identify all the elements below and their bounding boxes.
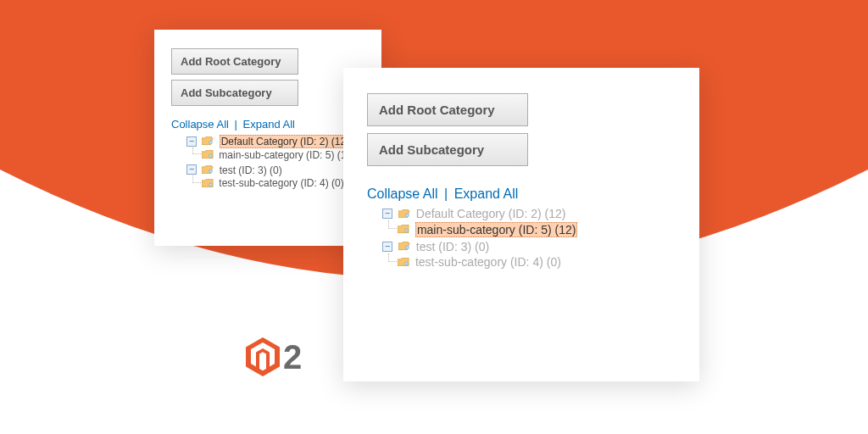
svg-point-7 bbox=[405, 262, 409, 265]
tree-controls: Collapse All | Expand All bbox=[367, 186, 676, 202]
magento-hex-icon bbox=[246, 337, 280, 376]
tree-node-label[interactable]: Default Category (ID: 2) (12) bbox=[416, 207, 566, 220]
svg-point-5 bbox=[405, 229, 409, 232]
tree-node-label[interactable]: test-sub-category (ID: 4) (0) bbox=[415, 255, 561, 269]
expand-all-link[interactable]: Expand All bbox=[243, 118, 295, 131]
add-subcategory-button[interactable]: Add Subcategory bbox=[171, 80, 298, 106]
tree-node: main-sub-category (ID: 5) (12) bbox=[202, 147, 364, 162]
svg-point-2 bbox=[209, 170, 213, 173]
svg-point-6 bbox=[405, 246, 409, 249]
link-separator: | bbox=[235, 118, 237, 131]
svg-point-3 bbox=[209, 183, 213, 186]
folder-icon bbox=[398, 258, 409, 267]
tree-node: − test (ID: 3) (0) test-sub-category (ID… bbox=[186, 163, 364, 192]
link-separator: | bbox=[444, 186, 448, 201]
collapse-toggle-icon[interactable]: − bbox=[382, 209, 392, 219]
category-tree: − Default Category (ID: 2) (12) main-sub… bbox=[367, 205, 676, 270]
svg-point-1 bbox=[209, 154, 213, 158]
add-root-category-button[interactable]: Add Root Category bbox=[171, 48, 298, 75]
tree-node-label[interactable]: test (ID: 3) (0) bbox=[220, 164, 282, 175]
folder-open-icon bbox=[202, 136, 214, 146]
folder-icon bbox=[398, 225, 409, 234]
tree-node: test-sub-category (ID: 4) (0) bbox=[202, 175, 364, 190]
tree-node: − Default Category (ID: 2) (12) main-sub… bbox=[382, 205, 676, 238]
collapse-all-link[interactable]: Collapse All bbox=[171, 118, 229, 131]
tree-node-label[interactable]: test (ID: 3) (0) bbox=[416, 240, 489, 253]
tree-node: − Default Category (ID: 2) (12) main-sub… bbox=[186, 134, 364, 163]
tree-node: main-sub-category (ID: 5) (12) bbox=[398, 220, 676, 236]
expand-all-link[interactable]: Expand All bbox=[454, 186, 519, 201]
folder-icon bbox=[202, 150, 214, 159]
canvas: Add Root Category Add Subcategory Collap… bbox=[0, 0, 868, 434]
magento2-logo: 2 bbox=[246, 337, 302, 376]
tree-node-label[interactable]: main-sub-category (ID: 5) (12) bbox=[219, 149, 355, 161]
tree-node-label[interactable]: main-sub-category (ID: 5) (12) bbox=[415, 222, 578, 237]
add-root-category-button[interactable]: Add Root Category bbox=[367, 93, 528, 126]
tree-node-label[interactable]: Default Category (ID: 2) (12) bbox=[220, 135, 351, 148]
tree-node-label[interactable]: test-sub-category (ID: 4) (0) bbox=[219, 177, 343, 189]
svg-point-0 bbox=[209, 141, 213, 144]
folder-open-icon bbox=[398, 242, 410, 251]
collapse-toggle-icon[interactable]: − bbox=[382, 242, 392, 252]
add-subcategory-button[interactable]: Add Subcategory bbox=[367, 133, 528, 166]
folder-open-icon bbox=[202, 165, 214, 175]
tree-node: test-sub-category (ID: 4) (0) bbox=[398, 253, 676, 270]
tree-node: − test (ID: 3) (0) test-sub-category (ID… bbox=[382, 238, 676, 271]
logo-version-number: 2 bbox=[283, 338, 302, 376]
folder-open-icon bbox=[398, 209, 410, 219]
panel-front: Add Root Category Add Subcategory Collap… bbox=[343, 68, 699, 381]
category-tree: − Default Category (ID: 2) (12) main-sub… bbox=[171, 134, 364, 191]
collapse-toggle-icon[interactable]: − bbox=[186, 164, 197, 175]
svg-point-4 bbox=[405, 214, 409, 217]
folder-icon bbox=[202, 179, 214, 188]
collapse-all-link[interactable]: Collapse All bbox=[367, 186, 438, 201]
tree-controls: Collapse All | Expand All bbox=[171, 118, 364, 131]
collapse-toggle-icon[interactable]: − bbox=[186, 136, 197, 147]
